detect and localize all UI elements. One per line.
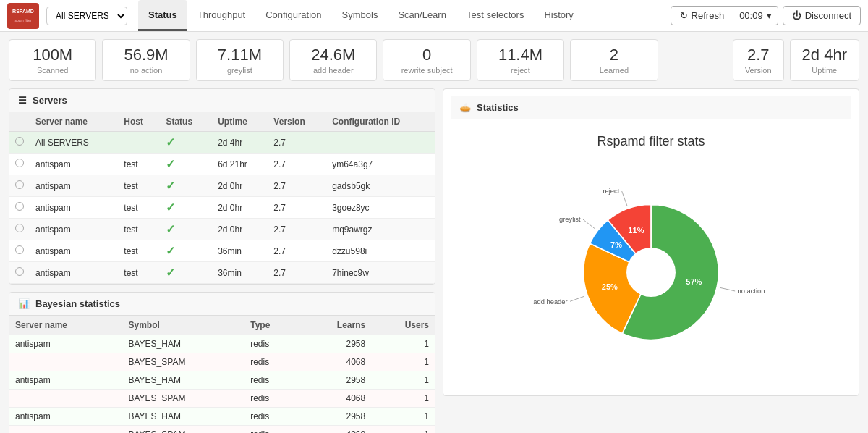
- bay-learns: 2958: [300, 371, 371, 390]
- bay-users: 1: [371, 353, 435, 371]
- row-host: test: [118, 262, 160, 284]
- row-version: 2.7: [268, 154, 326, 175]
- table-row[interactable]: antispam test ✓ 2d 0hr 2.7 mq9awrgz: [9, 219, 435, 240]
- timer-label: 00:09: [739, 10, 763, 21]
- tab-testselectors[interactable]: Test selectors: [456, 0, 534, 31]
- bayesian-panel-header: 📊 Bayesian statistics: [9, 293, 435, 316]
- row-configid: 7hinec9w: [326, 262, 435, 284]
- stat-label: add header: [302, 66, 365, 75]
- stat-scanned: 100M Scanned: [9, 39, 96, 81]
- row-servername: antispam: [30, 197, 118, 219]
- row-radio[interactable]: [9, 240, 30, 262]
- bay-users: 1: [371, 390, 435, 408]
- tab-throughput[interactable]: Throughput: [187, 0, 256, 31]
- pie-percent-label: 7%: [610, 240, 622, 249]
- logo: RSPAMD spam filter: [7, 3, 39, 29]
- table-row[interactable]: All SERVERS ✓ 2d 4hr 2.7: [9, 132, 435, 154]
- bay-server: [9, 353, 122, 371]
- timer-button[interactable]: 00:09 ▾: [733, 6, 778, 25]
- row-configid: dzzu598i: [326, 240, 435, 262]
- row-radio[interactable]: [9, 132, 30, 154]
- power-icon: ⏻: [792, 10, 801, 21]
- bay-symbol: BAYES_SPAM: [122, 353, 244, 371]
- pie-label-text: no action: [738, 287, 765, 295]
- pie-label-line: [570, 296, 584, 301]
- bay-type: redis: [244, 426, 300, 434]
- stat-rewritesubject: 0 rewrite subject: [383, 39, 470, 81]
- row-version: 2.7: [268, 132, 326, 154]
- table-row[interactable]: antispam test ✓ 6d 21hr 2.7 ym64a3g7: [9, 154, 435, 175]
- uptime-value: 2d 4hr: [802, 46, 847, 64]
- pie-label-line: [583, 219, 595, 229]
- row-host: test: [118, 240, 160, 262]
- pie-label-line: [720, 287, 735, 291]
- pie-percent-label: 57%: [686, 277, 702, 286]
- pie-label-text: add header: [533, 298, 567, 306]
- nav-tabs: Status Throughput Configuration Symbols …: [138, 0, 671, 31]
- table-row: antispam BAYES_HAM redis 2958 1: [9, 371, 435, 390]
- col-version: Version: [268, 112, 326, 132]
- tab-scanlearn[interactable]: Scan/Learn: [388, 0, 456, 31]
- row-radio[interactable]: [9, 197, 30, 219]
- row-status: ✓: [160, 240, 212, 262]
- stat-value: 56.9M: [114, 46, 177, 64]
- tab-status[interactable]: Status: [138, 0, 187, 31]
- stat-value: 7.11M: [208, 46, 271, 64]
- col-servername: Server name: [30, 112, 118, 132]
- bay-col-server: Server name: [9, 316, 122, 335]
- row-radio[interactable]: [9, 219, 30, 240]
- servers-panel-title: Servers: [33, 95, 67, 106]
- col-configid: Configuration ID: [326, 112, 435, 132]
- chart-panel-title: Statistics: [477, 102, 519, 113]
- row-status: ✓: [160, 219, 212, 240]
- bay-server: antispam: [9, 371, 122, 390]
- col-status: Status: [160, 112, 212, 132]
- stat-label: no action: [114, 66, 177, 75]
- svg-text:RSPAMD: RSPAMD: [12, 9, 34, 14]
- stat-value: 24.6M: [302, 46, 365, 64]
- row-radio[interactable]: [9, 154, 30, 175]
- donut-hole: [626, 248, 676, 297]
- main-content: ☰ Servers Server name Host Status Uptime…: [0, 88, 868, 433]
- row-uptime: 6d 21hr: [212, 154, 268, 175]
- stat-noaction: 56.9M no action: [102, 39, 190, 81]
- table-row[interactable]: antispam test ✓ 36min 2.7 dzzu598i: [9, 240, 435, 262]
- row-status: ✓: [160, 132, 212, 154]
- tab-symbols[interactable]: Symbols: [332, 0, 388, 31]
- stat-learned: 2 Learned: [570, 39, 658, 81]
- bay-col-type: Type: [244, 316, 300, 335]
- row-radio[interactable]: [9, 175, 30, 197]
- svg-rect-0: [7, 3, 39, 29]
- col-host: Host: [118, 112, 160, 132]
- pie-percent-label: 25%: [602, 282, 618, 291]
- chart-content: Rspamd filter stats 57%no action25%add h…: [451, 119, 851, 388]
- stat-addheader: 24.6M add header: [289, 39, 377, 81]
- table-row[interactable]: antispam test ✓ 2d 0hr 2.7 3goez8yc: [9, 197, 435, 219]
- refresh-button[interactable]: ↻ Refresh: [671, 6, 734, 25]
- pie-chart: 57%no action25%add header7%greylist11%re…: [528, 164, 774, 381]
- server-select[interactable]: All SERVERS: [46, 7, 127, 25]
- bay-col-symbol: Symbol: [122, 316, 244, 335]
- chart-panel-header: 🥧 Statistics: [451, 96, 851, 119]
- table-row[interactable]: antispam test ✓ 36min 2.7 7hinec9w: [9, 262, 435, 284]
- bay-type: redis: [244, 353, 300, 371]
- table-row[interactable]: antispam test ✓ 2d 0hr 2.7 gadsb5gk: [9, 175, 435, 197]
- tab-history[interactable]: History: [534, 0, 583, 31]
- bay-learns: 2958: [300, 408, 371, 426]
- uptime-label: Uptime: [802, 66, 847, 75]
- row-version: 2.7: [268, 262, 326, 284]
- row-configid: mq9awrgz: [326, 219, 435, 240]
- stat-label: greylist: [208, 66, 271, 75]
- disconnect-button[interactable]: ⏻ Disconnect: [783, 6, 861, 25]
- stat-uptime: 2d 4hr Uptime: [790, 39, 859, 81]
- servers-table: Server name Host Status Uptime Version C…: [9, 112, 435, 284]
- row-uptime: 2d 0hr: [212, 219, 268, 240]
- row-status: ✓: [160, 262, 212, 284]
- bayesian-icon: 📊: [18, 298, 30, 309]
- stat-value: 2: [582, 46, 645, 64]
- tab-configuration[interactable]: Configuration: [255, 0, 331, 31]
- chart-title: Rspamd filter stats: [458, 134, 844, 149]
- bay-symbol: BAYES_SPAM: [122, 426, 244, 434]
- row-radio[interactable]: [9, 262, 30, 284]
- row-host: test: [118, 219, 160, 240]
